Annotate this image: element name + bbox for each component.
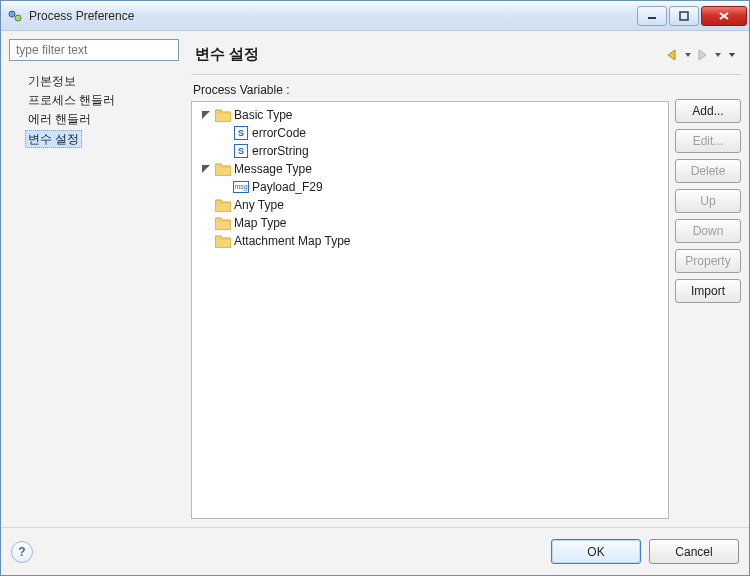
- dialog-body: 기본정보프로세스 핸들러에러 핸들러변수 설정 변수 설정: [1, 31, 749, 527]
- nav-item[interactable]: 기본정보: [25, 72, 185, 90]
- tree-row[interactable]: SerrorString: [196, 142, 664, 160]
- back-icon[interactable]: [663, 46, 683, 64]
- right-pane: 변수 설정: [191, 39, 741, 519]
- maximize-button[interactable]: [669, 6, 699, 26]
- process-variable-tree[interactable]: Basic TypeSerrorCodeSerrorStringMessage …: [191, 101, 669, 519]
- string-type-icon: S: [232, 126, 250, 140]
- folder-icon: [214, 199, 232, 212]
- folder-icon: [214, 217, 232, 230]
- dialog-window: Process Preference 기본정보프로세스 핸들러에러 핸들러변수 …: [0, 0, 750, 576]
- app-icon: [7, 8, 23, 24]
- tree-row[interactable]: Message Type: [196, 160, 664, 178]
- forward-menu-chevron-icon[interactable]: [713, 46, 723, 64]
- folder-icon: [214, 109, 232, 122]
- tree-item-label: Any Type: [232, 196, 284, 214]
- tree-item-label: Attachment Map Type: [232, 232, 351, 250]
- ok-button[interactable]: OK: [551, 539, 641, 564]
- button-column: Add... Edit... Delete Up Down Property I…: [675, 81, 741, 519]
- tree-item-label: Message Type: [232, 160, 312, 178]
- titlebar: Process Preference: [1, 1, 749, 31]
- nav-item[interactable]: 에러 핸들러: [25, 110, 185, 128]
- tree-row[interactable]: Basic Type: [196, 106, 664, 124]
- back-menu-chevron-icon[interactable]: [683, 46, 693, 64]
- tree-item-label: Basic Type: [232, 106, 292, 124]
- forward-icon[interactable]: [693, 46, 713, 64]
- tree-item-label: errorString: [250, 142, 309, 160]
- tree-item-label: Map Type: [232, 214, 286, 232]
- svg-point-0: [9, 11, 15, 17]
- svg-point-1: [15, 15, 21, 21]
- view-menu-chevron-icon[interactable]: [727, 46, 737, 64]
- minimize-button[interactable]: [637, 6, 667, 26]
- tree-row[interactable]: Attachment Map Type: [196, 232, 664, 250]
- nav-item[interactable]: 변수 설정: [25, 130, 82, 148]
- page-title: 변수 설정: [195, 45, 663, 64]
- svg-rect-3: [680, 12, 688, 20]
- import-button[interactable]: Import: [675, 279, 741, 303]
- up-button[interactable]: Up: [675, 189, 741, 213]
- folder-icon: [214, 235, 232, 248]
- string-type-icon: S: [232, 144, 250, 158]
- tree-item-label: Payload_F29: [250, 178, 323, 196]
- tree-item-label: errorCode: [250, 124, 306, 142]
- cancel-button[interactable]: Cancel: [649, 539, 739, 564]
- folder-icon: [214, 163, 232, 176]
- right-body: Process Variable : Basic TypeSerrorCodeS…: [191, 75, 741, 519]
- nav-item[interactable]: 프로세스 핸들러: [25, 91, 185, 109]
- property-button[interactable]: Property: [675, 249, 741, 273]
- close-button[interactable]: [701, 6, 747, 26]
- process-variable-area: Process Variable : Basic TypeSerrorCodeS…: [191, 81, 669, 519]
- process-variable-label: Process Variable :: [191, 81, 669, 101]
- left-pane: 기본정보프로세스 핸들러에러 핸들러변수 설정: [9, 39, 185, 519]
- help-icon[interactable]: ?: [11, 541, 33, 563]
- footer: ? OK Cancel: [1, 527, 749, 575]
- message-type-icon: msg: [232, 181, 250, 193]
- window-controls: [637, 6, 747, 26]
- nav-tree[interactable]: 기본정보프로세스 핸들러에러 핸들러변수 설정: [9, 65, 185, 149]
- right-header: 변수 설정: [191, 39, 741, 75]
- filter-input[interactable]: [9, 39, 179, 61]
- add-button[interactable]: Add...: [675, 99, 741, 123]
- collapse-icon[interactable]: [198, 110, 214, 120]
- window-title: Process Preference: [29, 9, 637, 23]
- tree-row[interactable]: Any Type: [196, 196, 664, 214]
- delete-button[interactable]: Delete: [675, 159, 741, 183]
- collapse-icon[interactable]: [198, 164, 214, 174]
- tree-row[interactable]: Map Type: [196, 214, 664, 232]
- tree-row[interactable]: SerrorCode: [196, 124, 664, 142]
- down-button[interactable]: Down: [675, 219, 741, 243]
- tree-row[interactable]: msgPayload_F29: [196, 178, 664, 196]
- edit-button[interactable]: Edit...: [675, 129, 741, 153]
- history-controls: [663, 46, 737, 64]
